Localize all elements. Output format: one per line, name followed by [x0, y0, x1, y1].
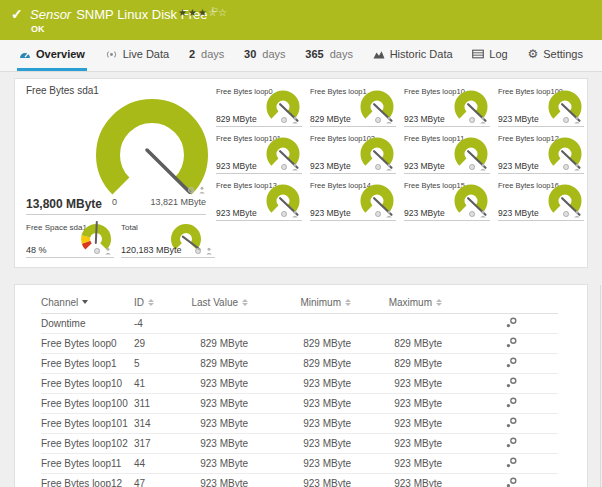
edit-channel-icon[interactable] — [505, 476, 518, 487]
tab-settings[interactable]: ⚙Settings — [525, 40, 585, 71]
gauge-value: 923 MByte — [216, 161, 257, 171]
area-chart-icon — [373, 49, 385, 59]
gauge-tile-free-bytes-loop102[interactable]: Free Bytes loop102923 MByte — [310, 134, 396, 174]
channel-pin-icon[interactable] — [291, 116, 299, 124]
gauge-tile-free-bytes-loop0[interactable]: Free Bytes loop0829 MByte — [216, 87, 302, 127]
channel-pin-icon[interactable] — [198, 186, 206, 194]
channel-pin-icon[interactable] — [479, 116, 487, 124]
channel-settings-icon[interactable] — [562, 116, 570, 124]
star-filled-icon[interactable]: ★ — [188, 7, 198, 18]
channel-pin-icon[interactable] — [385, 163, 393, 171]
edit-channel-icon[interactable] — [505, 356, 518, 369]
table-row-free-bytes-loop11[interactable]: Free Bytes loop1144923 MByte923 MByte923… — [41, 454, 558, 474]
tab-log[interactable]: Log — [470, 40, 509, 71]
edit-channel-icon[interactable] — [505, 316, 518, 329]
gauge-tile-free-bytes-loop11[interactable]: Free Bytes loop11923 MByte — [404, 134, 490, 174]
channel-pin-icon[interactable] — [573, 210, 581, 218]
tile-action-icons — [187, 186, 206, 194]
edit-channel-icon[interactable] — [505, 416, 518, 429]
channel-pin-icon[interactable] — [573, 116, 581, 124]
column-header-id[interactable]: ID — [134, 297, 188, 308]
star-filled-icon[interactable]: ★ — [178, 7, 188, 18]
channel-settings-icon[interactable] — [468, 210, 476, 218]
cell-id: 314 — [134, 418, 188, 429]
channel-settings-icon[interactable] — [374, 163, 382, 171]
star-filled-icon[interactable]: ★ — [198, 7, 208, 18]
cell-channel[interactable]: Free Bytes loop101 — [41, 418, 134, 429]
channel-settings-icon[interactable] — [562, 163, 570, 171]
gauge-tile-free-bytes-loop13[interactable]: Free Bytes loop13923 MByte — [216, 181, 302, 221]
channel-settings-icon[interactable] — [280, 116, 288, 124]
column-header-channel[interactable]: Channel — [41, 297, 134, 308]
channel-pin-icon[interactable] — [573, 163, 581, 171]
column-header-maximum[interactable]: Maximum — [351, 297, 442, 308]
edit-channel-icon[interactable] — [505, 376, 518, 389]
tab-2-days[interactable]: 2days — [187, 40, 226, 71]
gauge-tile-free-bytes-loop12[interactable]: Free Bytes loop12923 MByte — [498, 134, 584, 174]
cell-channel[interactable]: Free Bytes loop1 — [41, 358, 134, 369]
cell-channel[interactable]: Free Bytes loop10 — [41, 378, 134, 389]
channel-pin-icon[interactable] — [385, 116, 393, 124]
cell-channel[interactable]: Free Bytes loop102 — [41, 438, 134, 449]
cell-channel[interactable]: Free Bytes loop11 — [41, 458, 134, 469]
gauge-tile-free-bytes-loop15[interactable]: Free Bytes loop15923 MByte — [404, 181, 490, 221]
channel-pin-icon[interactable] — [479, 210, 487, 218]
star-empty-icon[interactable]: ☆ — [208, 7, 218, 18]
priority-stars[interactable]: ★★★☆☆ — [178, 7, 228, 18]
table-row-downtime[interactable]: Downtime-4 — [41, 314, 558, 334]
cell-min: 923 MByte — [248, 458, 351, 469]
gauge-title: Total — [121, 223, 138, 232]
channel-pin-icon[interactable] — [291, 210, 299, 218]
channel-settings-icon[interactable] — [468, 163, 476, 171]
scrollbar-track[interactable] — [600, 285, 601, 487]
gauge-tile-free-space-sda1[interactable]: Free Space sda148 % — [26, 223, 114, 258]
channel-pin-icon[interactable] — [291, 163, 299, 171]
cell-channel[interactable]: Free Bytes loop0 — [41, 338, 134, 349]
gauge-tile-free-bytes-loop14[interactable]: Free Bytes loop14923 MByte — [310, 181, 396, 221]
cell-channel[interactable]: Free Bytes loop100 — [41, 398, 134, 409]
channel-settings-icon[interactable] — [280, 163, 288, 171]
tile-action-icons — [280, 116, 299, 124]
channel-settings-icon[interactable] — [374, 116, 382, 124]
gauge-tile-free-bytes-loop10[interactable]: Free Bytes loop10923 MByte — [404, 87, 490, 127]
channel-pin-icon[interactable] — [385, 210, 393, 218]
column-header-last-value[interactable]: Last Value — [188, 297, 248, 308]
tab-overview[interactable]: Overview — [17, 40, 87, 71]
table-row-free-bytes-loop101[interactable]: Free Bytes loop101314923 MByte923 MByte9… — [41, 414, 558, 434]
channel-settings-icon[interactable] — [280, 210, 288, 218]
gauge-tile-primary[interactable]: Free Bytes sda1 0 13,821 MByte 13,800 MB… — [26, 85, 206, 215]
channel-settings-icon[interactable] — [187, 186, 195, 194]
channel-settings-icon[interactable] — [562, 210, 570, 218]
channel-settings-icon[interactable] — [194, 247, 202, 255]
edit-channel-icon[interactable] — [505, 396, 518, 409]
table-row-free-bytes-loop0[interactable]: Free Bytes loop029829 MByte829 MByte829 … — [41, 334, 558, 354]
gauge-tile-free-bytes-loop1[interactable]: Free Bytes loop1829 MByte — [310, 87, 396, 127]
tab-historic-data[interactable]: Historic Data — [371, 40, 455, 71]
channel-settings-icon[interactable] — [468, 116, 476, 124]
channel-settings-icon[interactable] — [374, 210, 382, 218]
channel-pin-icon[interactable] — [479, 163, 487, 171]
table-row-free-bytes-loop100[interactable]: Free Bytes loop100311923 MByte923 MByte9… — [41, 394, 558, 414]
tab-30-days[interactable]: 30days — [242, 40, 288, 71]
table-row-free-bytes-loop10[interactable]: Free Bytes loop1041923 MByte923 MByte923… — [41, 374, 558, 394]
table-row-free-bytes-loop1[interactable]: Free Bytes loop15829 MByte829 MByte829 M… — [41, 354, 558, 374]
tab-live-data[interactable]: Live Data — [103, 40, 171, 71]
channel-pin-icon[interactable] — [104, 247, 112, 255]
edit-channel-icon[interactable] — [505, 456, 518, 469]
gauge-tile-free-bytes-loop16[interactable]: Free Bytes loop16923 MByte — [498, 181, 584, 221]
table-row-free-bytes-loop12[interactable]: Free Bytes loop1247923 MByte923 MByte923… — [41, 474, 558, 487]
edit-channel-icon[interactable] — [505, 436, 518, 449]
cell-id: 5 — [134, 358, 188, 369]
table-row-free-bytes-loop102[interactable]: Free Bytes loop102317923 MByte923 MByte9… — [41, 434, 558, 454]
star-empty-icon[interactable]: ☆ — [218, 7, 228, 18]
gauge-tile-total[interactable]: Total120,183 MByte — [121, 223, 215, 258]
channel-settings-icon[interactable] — [93, 247, 101, 255]
column-header-minimum[interactable]: Minimum — [248, 297, 351, 308]
channel-pin-icon[interactable] — [205, 247, 213, 255]
tab-365-days[interactable]: 365days — [303, 40, 355, 71]
gauge-tile-free-bytes-loop101[interactable]: Free Bytes loop101923 MByte — [216, 134, 302, 174]
edit-channel-icon[interactable] — [505, 336, 518, 349]
cell-channel[interactable]: Free Bytes loop12 — [41, 478, 134, 487]
cell-channel[interactable]: Downtime — [41, 318, 134, 329]
gauge-tile-free-bytes-loop100[interactable]: Free Bytes loop100923 MByte — [498, 87, 584, 127]
